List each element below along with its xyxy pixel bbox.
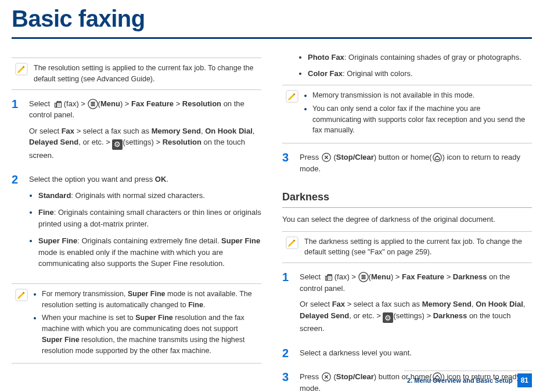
- note-text: The darkness setting is applied to the c…: [304, 236, 528, 258]
- note-icon: [15, 289, 28, 301]
- settings-icon: ⚙: [383, 312, 393, 323]
- step-2: 2 Select the option you want and press O…: [12, 174, 261, 275]
- dstep-1-line-2: Or select Fax > select a fax such as Mem…: [300, 299, 532, 335]
- menu-icon: [88, 99, 98, 109]
- step-number: 3: [282, 371, 293, 392]
- stop-clear-icon: [321, 372, 332, 382]
- fax-icon: [323, 273, 334, 282]
- settings-icon: ⚙: [112, 139, 123, 150]
- step-3: 3 Press (Stop/Clear) button or home() ic…: [282, 152, 532, 179]
- darkness-intro: You can select the degree of darkness of…: [282, 214, 532, 225]
- option-photo-fax: Photo Fax: Originals containing shades o…: [308, 52, 532, 63]
- page-number: 81: [517, 373, 532, 387]
- step-number: 1: [12, 98, 22, 166]
- step-number: 3: [282, 152, 293, 179]
- note-bullet: For memory transmission, Super Fine mode…: [42, 289, 258, 311]
- note-icon: [286, 236, 298, 249]
- note-super-fine: For memory transmission, Super Fine mode…: [12, 283, 261, 364]
- step-3-text: Press (Stop/Clear) button or home() icon…: [300, 152, 532, 174]
- option-super-fine: Super Fine: Originals containing extreme…: [38, 235, 261, 269]
- step-1: 1 Select (fax) > (Menu) > Fax Feature > …: [12, 98, 261, 166]
- dstep-1-line-1: Select (fax) > (Menu) > Fax Feature > Da…: [300, 271, 532, 294]
- footer: 2. Menu Overview and Basic Setup 81: [404, 371, 532, 387]
- fax-icon: [52, 100, 64, 109]
- note-icon: [286, 90, 298, 103]
- note-color-fax: Memory transmission is not available in …: [282, 85, 532, 143]
- option-standard: Standard: Originals with normal sized ch…: [38, 190, 261, 202]
- step-number: 1: [282, 271, 293, 339]
- step-1-line-1: Select (fax) > (Menu) > Fax Feature > Re…: [29, 98, 261, 121]
- subheading-darkness: Darkness: [282, 189, 532, 208]
- step-1-line-2: Or select Fax > select a fax such as Mem…: [29, 125, 261, 161]
- option-fine: Fine: Originals containing small charact…: [38, 207, 261, 229]
- note-darkness-applied: The darkness setting is applied to the c…: [282, 231, 532, 264]
- home-icon: [432, 152, 443, 163]
- dstep-2-text: Select a darkness level you want.: [300, 347, 532, 359]
- menu-icon: [358, 272, 369, 282]
- step-2-intro: Select the option you want and press OK.: [29, 174, 261, 185]
- note-icon: [15, 63, 28, 75]
- left-column: The resolution setting is applied to the…: [12, 52, 261, 392]
- darkness-step-2: 2 Select a darkness level you want.: [282, 347, 532, 364]
- step-number: 2: [12, 174, 22, 275]
- note-bullet: You can only send a color fax if the mac…: [312, 103, 528, 136]
- right-column: Photo Fax: Originals containing shades o…: [282, 52, 532, 392]
- note-bullet: Memory transmission is not available in …: [312, 90, 528, 101]
- darkness-step-1: 1 Select (fax) > (Menu) > Fax Feature > …: [282, 271, 532, 339]
- chapter-label: 2. Menu Overview and Basic Setup: [407, 376, 513, 386]
- note-text: The resolution setting is applied to the…: [34, 63, 258, 85]
- note-resolution-applied: The resolution setting is applied to the…: [12, 57, 261, 90]
- stop-clear-icon: [321, 152, 332, 163]
- step-number: 2: [282, 347, 293, 364]
- note-bullet: When your machine is set to Super Fine r…: [42, 312, 258, 356]
- page-title: Basic faxing: [12, 1, 532, 36]
- option-color-fax: Color Fax: Original with colors.: [308, 68, 532, 80]
